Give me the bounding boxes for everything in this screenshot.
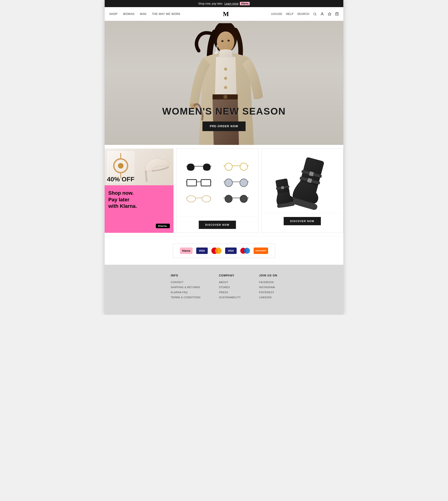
footer-contact-link[interactable]: CONTACT [171,281,201,284]
site-logo[interactable]: M [223,10,229,18]
glasses-svg-4 [224,178,249,188]
svg-rect-23 [145,170,148,182]
svg-point-27 [225,163,232,170]
svg-point-16 [224,77,227,80]
footer-col-company: COMPANY ABOUT STORES PRESS SUSTAINABILIT… [219,274,241,301]
svg-point-8 [221,40,224,42]
learn-more-link[interactable]: Learn more [224,2,239,5]
wishlist-icon[interactable] [328,12,331,16]
sale-klarna-card: 40% OFF Shop now.Pay laterwith Klarna. K… [105,148,174,233]
glasses-item-6 [219,192,254,206]
klarna-badge-small: Klarna [240,2,250,5]
footer-pinterest-link[interactable]: PINTEREST [259,291,277,294]
hero-title: WOMEN'S NEW SEASON [162,106,286,117]
svg-rect-14 [224,95,227,99]
nav-woman[interactable]: WOMAN [123,12,134,16]
glasses-discover-button[interactable]: DISCOVER NOW [199,221,236,229]
nav-search-text[interactable]: SEARCH [297,12,309,16]
nav-shop[interactable]: SHOP [109,12,117,16]
svg-line-1 [316,15,316,15]
glasses-svg-6 [224,194,249,204]
nav-man[interactable]: MAN [140,12,146,16]
nav-help[interactable]: HELP [286,12,294,16]
visa-payment-icon: VISA [196,247,208,254]
boot-card-footer: DISCOVER NOW [264,213,341,229]
svg-point-47 [225,195,232,203]
svg-point-28 [240,163,247,170]
svg-point-0 [314,13,316,15]
glasses-svg-2 [224,162,249,172]
cards-section: 40% OFF Shop now.Pay laterwith Klarna. K… [105,145,343,237]
main-nav: SHOP WOMAN MAN THE WAY WE WORK M US/USD … [105,7,343,21]
glasses-item-3 [181,176,216,190]
nav-left-links: SHOP WOMAN MAN THE WAY WE WORK [109,12,180,16]
mastercard-payment-icon [211,247,222,254]
svg-point-20 [118,163,124,169]
klarna-badge-large: Klarna. [156,224,170,228]
payment-icons-box: Klarna VISA VISA DISCOVER [173,244,275,258]
glasses-svg-1 [186,162,211,172]
footer-instagram-link[interactable]: INSTAGRAM [259,286,277,289]
glasses-item-1 [181,160,216,174]
footer: INFO CONTACT SHIPPING & RETURNS KLARNA F… [105,265,343,315]
sale-card-top: 40% OFF [105,148,174,185]
svg-line-10 [217,45,217,53]
glasses-content [176,149,258,217]
footer-shipping-link[interactable]: SHIPPING & RETURNS [171,286,201,289]
svg-rect-33 [201,179,211,186]
cart-icon[interactable] [335,12,339,16]
footer-linkedin-link[interactable]: LINKEDIN [259,296,277,299]
visa-electron-payment-icon: VISA [225,247,237,254]
glasses-item-4 [219,176,254,190]
pre-order-button[interactable]: PRE-ORDER NOW [202,121,246,131]
svg-point-15 [224,68,227,70]
footer-klarna-faq-link[interactable]: KLARNA FAQ [171,291,201,294]
maestro-payment-icon [240,247,250,254]
top-banner: Shop now, pay later. Learn more Klarna [105,0,343,7]
svg-point-37 [225,179,232,187]
footer-press-link[interactable]: PRESS [219,291,241,294]
boot-card: DISCOVER NOW [261,148,343,233]
klarna-promo-section: Shop now.Pay laterwith Klarna. Klarna. [105,185,174,233]
klarna-promo-text: Shop now.Pay laterwith Klarna. [108,190,170,210]
payment-section: Klarna VISA VISA DISCOVER [105,237,343,265]
boot-image-area [266,153,339,213]
svg-point-2 [321,13,323,14]
footer-company-heading: COMPANY [219,274,241,277]
glasses-card-footer: DISCOVER NOW [176,217,258,233]
glasses-grid [176,155,258,210]
nav-right-links: US/USD HELP SEARCH [271,12,339,16]
klarna-payment-icon: Klarna [180,247,192,254]
banner-text: Shop now, pay later. [198,2,223,5]
search-icon[interactable] [313,12,317,16]
svg-point-9 [227,40,230,42]
footer-col-info: INFO CONTACT SHIPPING & RETURNS KLARNA F… [171,274,201,301]
footer-columns: INFO CONTACT SHIPPING & RETURNS KLARNA F… [118,274,330,301]
svg-point-17 [224,86,227,89]
nav-currency[interactable]: US/USD [271,12,282,16]
footer-stores-link[interactable]: STORES [219,286,241,289]
nav-way-we-work[interactable]: THE WAY WE WORK [152,12,180,16]
footer-sustainability-link[interactable]: SUSTAINABILITY [219,296,241,299]
svg-marker-3 [328,12,331,15]
glasses-item-5 [181,192,216,206]
hero-text-area: WOMEN'S NEW SEASON PRE-ORDER NOW [162,106,286,131]
discount-text: 40% OFF [107,176,134,183]
footer-terms-link[interactable]: TERMS & CONDITIONS [171,296,201,299]
glasses-svg-3 [186,178,211,188]
footer-facebook-link[interactable]: FACEBOOK [259,281,277,284]
discover-payment-icon: DISCOVER [254,247,268,254]
glasses-svg-5 [186,194,211,204]
account-icon[interactable] [320,12,324,16]
footer-about-link[interactable]: ABOUT [219,281,241,284]
footer-social-heading: JOIN US ON [259,274,277,277]
svg-point-48 [240,195,247,203]
svg-point-43 [202,196,211,202]
footer-col-social: JOIN US ON FACEBOOK INSTAGRAM PINTEREST … [259,274,277,301]
footer-info-heading: INFO [171,274,201,277]
hero-section: WOMEN'S NEW SEASON PRE-ORDER NOW [105,21,343,145]
svg-point-42 [187,196,195,202]
boot-discover-button[interactable]: DISCOVER NOW [284,217,321,225]
glasses-card: DISCOVER NOW [176,148,258,233]
glasses-item-2 [219,160,254,174]
